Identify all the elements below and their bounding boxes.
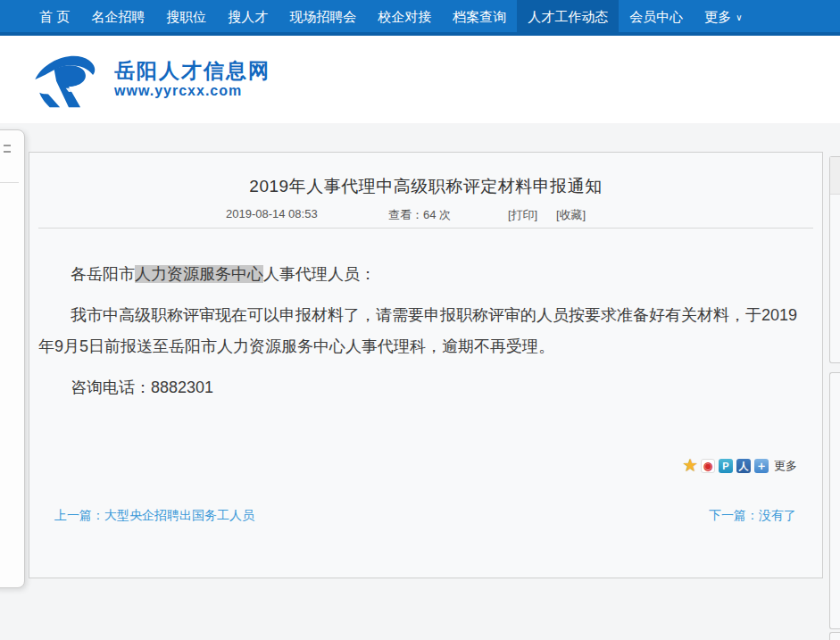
highlighted-text: 人力资源服务中心 bbox=[135, 265, 263, 283]
nav-item-search-jobs[interactable]: 搜职位 bbox=[155, 0, 217, 36]
site-name: 岳阳人才信息网 bbox=[114, 59, 270, 82]
print-button[interactable]: [打印] bbox=[508, 207, 537, 223]
nav-item-search-talent[interactable]: 搜人才 bbox=[217, 0, 279, 36]
right-sidebar-box bbox=[829, 372, 840, 629]
article-paragraph-main: 我市中高级职称评审现在可以申报材料了，请需要申报职称评审的人员按要求准备好有关材… bbox=[38, 300, 806, 362]
publish-date: 2019-08-14 08:53 bbox=[226, 207, 318, 220]
share-toolbar: ★ ◉ P 人 ＋ 更多 bbox=[683, 458, 797, 474]
next-article-link[interactable]: 下一篇：没有了 bbox=[709, 508, 796, 524]
widget-divider bbox=[0, 182, 19, 183]
site-header: 岳阳人才信息网 www.yyrcxx.com bbox=[0, 36, 840, 123]
prev-article-link[interactable]: 上一篇：大型央企招聘出国务工人员 bbox=[54, 508, 254, 524]
nav-item-more[interactable]: 更多∨ bbox=[694, 0, 753, 36]
article-paragraph-salutation: 各岳阳市人力资源服务中心人事代理人员： bbox=[38, 259, 806, 290]
site-logo[interactable]: 岳阳人才信息网 www.yyrcxx.com bbox=[32, 50, 270, 109]
nav-item-company-jobs[interactable]: 名企招聘 bbox=[80, 0, 155, 36]
salutation-suffix: 人事代理人员： bbox=[263, 265, 376, 283]
widget-mark bbox=[4, 145, 11, 146]
right-sidebar-box-header bbox=[830, 157, 840, 195]
nav-item-home[interactable]: 首 页 bbox=[29, 0, 80, 36]
right-sidebar-box bbox=[829, 632, 840, 640]
site-url: www.yyrcxx.com bbox=[114, 82, 270, 100]
nav-item-label: 档案查询 bbox=[453, 9, 506, 24]
logo-text: 岳阳人才信息网 www.yyrcxx.com bbox=[114, 59, 270, 100]
side-float-widget[interactable] bbox=[0, 129, 25, 588]
chevron-down-icon: ∨ bbox=[736, 12, 742, 22]
favorite-button[interactable]: [收藏] bbox=[556, 207, 586, 223]
page-title: 2019年人事代理中高级职称评定材料申报通知 bbox=[29, 175, 822, 198]
view-count: 查看：64 次 bbox=[388, 207, 451, 223]
nav-item-label: 首 页 bbox=[39, 9, 70, 24]
article-panel: 2019年人事代理中高级职称评定材料申报通知 2019-08-14 08:53 … bbox=[29, 152, 823, 578]
qzone-share-icon[interactable]: ★ bbox=[683, 459, 697, 473]
logo-r-wave-icon bbox=[32, 50, 105, 109]
nav-item-label: 更多 bbox=[704, 9, 731, 24]
renren-share-icon[interactable]: 人 bbox=[736, 459, 751, 473]
more-share-icon[interactable]: ＋ bbox=[754, 459, 769, 473]
nav-item-label: 搜职位 bbox=[166, 9, 206, 24]
widget-mark bbox=[4, 151, 11, 153]
top-navbar: 首 页 名企招聘 搜职位 搜人才 现场招聘会 校企对接 档案查询 人才工作动态 … bbox=[0, 0, 840, 36]
nav-item-talent-news[interactable]: 人才工作动态 bbox=[517, 0, 619, 36]
salutation-prefix: 各岳阳市 bbox=[71, 265, 135, 283]
sina-weibo-share-icon[interactable]: ◉ bbox=[701, 459, 715, 473]
right-sidebar-box bbox=[829, 156, 840, 363]
nav-item-label: 人才工作动态 bbox=[528, 9, 608, 24]
nav-item-label: 搜人才 bbox=[228, 9, 268, 24]
nav-item-label: 会员中心 bbox=[629, 9, 683, 24]
nav-item-label: 校企对接 bbox=[378, 9, 431, 24]
tencent-pengyou-share-icon[interactable]: P bbox=[719, 459, 733, 473]
nav-item-archive-query[interactable]: 档案查询 bbox=[442, 0, 517, 36]
meta-divider bbox=[38, 228, 813, 229]
nav-item-job-fair[interactable]: 现场招聘会 bbox=[279, 0, 367, 36]
nav-item-school-enterprise[interactable]: 校企对接 bbox=[367, 0, 442, 36]
article-body: 各岳阳市人力资源服务中心人事代理人员： 我市中高级职称评审现在可以申报材料了，请… bbox=[38, 259, 806, 403]
main-area: 2019年人事代理中高级职称评定材料申报通知 2019-08-14 08:53 … bbox=[0, 123, 840, 640]
article-paragraph-phone: 咨询电话：8882301 bbox=[38, 372, 806, 403]
nav-item-member-center[interactable]: 会员中心 bbox=[619, 0, 694, 36]
nav-item-label: 名企招聘 bbox=[91, 9, 145, 24]
share-more-label[interactable]: 更多 bbox=[774, 458, 797, 474]
nav-item-label: 现场招聘会 bbox=[289, 9, 356, 24]
